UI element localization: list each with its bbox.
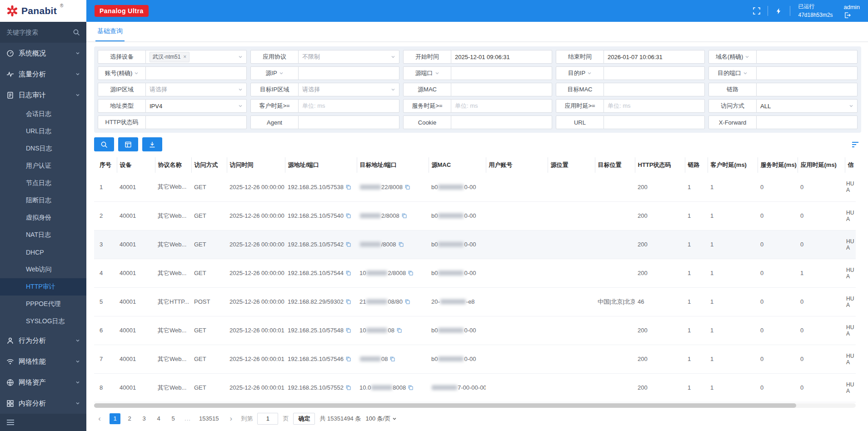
bolt-icon[interactable]	[768, 0, 790, 22]
filter-label[interactable]: HTTP状态码	[98, 115, 146, 129]
filter-label[interactable]: 域名(精确)	[708, 50, 757, 64]
filter-label[interactable]: 源端口	[403, 66, 451, 80]
filter-input[interactable]: 请选择	[145, 83, 247, 96]
goto-page-input[interactable]	[257, 413, 278, 425]
filter-label[interactable]: 地址类型	[98, 99, 146, 113]
search-button[interactable]	[94, 137, 114, 151]
filter-input[interactable]: IPV4	[145, 99, 247, 113]
filter-input[interactable]	[756, 83, 858, 96]
table-row[interactable]: 640001其它Web...GET2025-12-26 00:00:01192.…	[94, 316, 856, 345]
remove-tag-icon[interactable]: ×	[183, 54, 186, 60]
copy-icon[interactable]	[389, 356, 395, 362]
device-tag[interactable]: 武汉-ntm51×	[150, 52, 190, 62]
copy-icon[interactable]	[345, 213, 351, 219]
search-input[interactable]	[6, 29, 73, 36]
tab-basic-query[interactable]: 基础查询	[95, 22, 125, 41]
sidebar-item-4[interactable]: 网络性能	[0, 351, 86, 372]
filter-input[interactable]	[451, 83, 552, 96]
page-button-4[interactable]: 4	[153, 413, 164, 424]
copy-icon[interactable]	[345, 356, 351, 362]
next-page-button[interactable]: ›	[225, 413, 236, 424]
sidebar-item-1[interactable]: 流量分析	[0, 64, 86, 85]
filter-input[interactable]	[451, 66, 552, 80]
filter-input[interactable]	[756, 115, 858, 129]
copy-icon[interactable]	[345, 299, 351, 305]
filter-label[interactable]: 链路	[708, 83, 757, 96]
sidebar-subitem-3[interactable]: 用户认证	[0, 157, 86, 175]
copy-icon[interactable]	[404, 299, 410, 305]
filter-input[interactable]: 2025-12-01 09:06:31	[451, 50, 552, 64]
sidebar-subitem-9[interactable]: Web访问	[0, 261, 86, 278]
filter-label[interactable]: 目的IP	[556, 66, 604, 80]
page-button-153515[interactable]: 153515	[197, 413, 221, 424]
filter-input[interactable]: 2026-01-07 10:06:31	[604, 50, 705, 64]
copy-icon[interactable]	[345, 385, 351, 391]
filter-input[interactable]	[145, 115, 247, 129]
filter-input[interactable]: 不限制	[298, 50, 399, 64]
copy-icon[interactable]	[398, 241, 404, 247]
filter-input[interactable]: 单位: ms	[451, 99, 552, 113]
copy-icon[interactable]	[408, 270, 414, 276]
filter-label[interactable]: Agent	[250, 115, 299, 129]
sort-descending-icon[interactable]	[851, 141, 861, 148]
copy-icon[interactable]	[345, 241, 351, 247]
copy-icon[interactable]	[404, 184, 410, 190]
sidebar-subitem-11[interactable]: PPPOE代理	[0, 296, 86, 313]
filter-input[interactable]: ALL	[756, 99, 858, 113]
filter-input[interactable]	[298, 115, 399, 129]
sidebar-subitem-5[interactable]: 阻断日志	[0, 192, 86, 209]
table-row[interactable]: 440001其它Web...GET2025-12-26 00:00:00192.…	[94, 259, 856, 287]
sidebar-subitem-0[interactable]: 会话日志	[0, 105, 86, 123]
table-row[interactable]: 240001其它Web...GET2025-12-26 00:00:00192.…	[94, 201, 856, 230]
confirm-button[interactable]: 确定	[293, 413, 315, 425]
filter-label[interactable]: 目的端口	[708, 66, 757, 80]
filter-input[interactable]: 单位: ms	[298, 99, 399, 113]
search-icon[interactable]	[73, 29, 80, 36]
filter-label[interactable]: 选择设备	[98, 50, 146, 64]
sidebar-subitem-6[interactable]: 虚拟身份	[0, 209, 86, 226]
table-button[interactable]	[118, 137, 138, 151]
table-row[interactable]: 840001其它Web...GET2025-12-26 00:00:01192.…	[94, 373, 856, 402]
copy-icon[interactable]	[396, 327, 402, 333]
download-button[interactable]	[142, 137, 162, 151]
logout-icon[interactable]	[844, 12, 851, 19]
sidebar-subitem-2[interactable]: DNS日志	[0, 140, 86, 157]
filter-label[interactable]: Cookie	[403, 115, 451, 129]
copy-icon[interactable]	[345, 270, 351, 276]
sidebar-subitem-12[interactable]: SYSLOG日志	[0, 313, 86, 330]
filter-label[interactable]: 账号(精确)	[98, 66, 146, 80]
copy-icon[interactable]	[401, 213, 407, 219]
hamburger-menu-icon[interactable]	[6, 419, 15, 426]
sidebar-item-0[interactable]: 系统概况	[0, 43, 86, 64]
filter-input[interactable]: 武汉-ntm51×	[145, 50, 247, 64]
filter-input[interactable]	[298, 66, 399, 80]
prev-page-button[interactable]: ‹	[94, 413, 105, 424]
filter-input[interactable]: 请选择	[298, 83, 399, 96]
table-row[interactable]: 740001其它Web...GET2025-12-26 00:00:01192.…	[94, 345, 856, 373]
user-menu[interactable]: admin	[841, 4, 868, 19]
filter-input[interactable]	[604, 115, 705, 129]
filter-label[interactable]: 访问方式	[708, 99, 757, 113]
filter-label[interactable]: 应用时延>=	[556, 99, 604, 113]
table-row[interactable]: 340001其它Web...GET2025-12-26 00:00:00192.…	[94, 230, 856, 259]
filter-label[interactable]: 目标MAC	[556, 83, 604, 96]
sidebar-subitem-10[interactable]: HTTP审计	[0, 278, 86, 296]
filter-input[interactable]: 单位: ms	[604, 99, 705, 113]
filter-input[interactable]	[604, 83, 705, 96]
filter-label[interactable]: 客户时延>=	[250, 99, 299, 113]
filter-input[interactable]	[756, 66, 858, 80]
filter-label[interactable]: 应用协议	[250, 50, 299, 64]
filter-input[interactable]	[756, 50, 858, 64]
filter-label[interactable]: X-Forward	[708, 115, 757, 129]
table-row[interactable]: 540001其它HTTP...POST2025-12-26 00:00:0019…	[94, 287, 856, 316]
filter-label[interactable]: 目标IP区域	[250, 83, 299, 96]
page-button-3[interactable]: 3	[139, 413, 150, 424]
page-button-1[interactable]: 1	[110, 413, 120, 424]
sidebar-subitem-8[interactable]: DHCP	[0, 244, 86, 261]
filter-label[interactable]: 开始时间	[403, 50, 451, 64]
filter-input[interactable]	[451, 115, 552, 129]
horizontal-scrollbar[interactable]	[94, 403, 856, 408]
sidebar-subitem-7[interactable]: NAT日志	[0, 226, 86, 244]
filter-input[interactable]	[604, 66, 705, 80]
sidebar-item-5[interactable]: 网络资产	[0, 372, 86, 393]
